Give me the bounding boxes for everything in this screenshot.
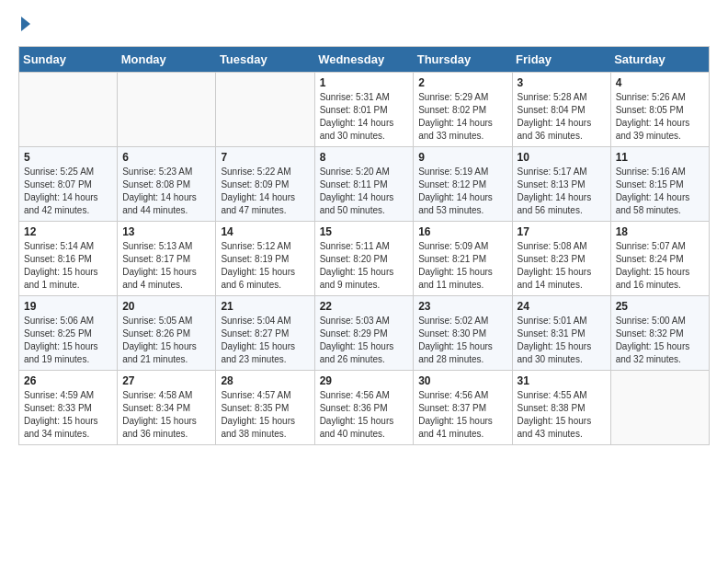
day-info: Sunrise: 5:23 AMSunset: 8:08 PMDaylight:… [122, 166, 210, 217]
logo-arrow-icon [21, 17, 30, 31]
calendar-cell: 27Sunrise: 4:58 AMSunset: 8:34 PMDayligh… [118, 371, 216, 445]
day-info: Sunrise: 5:31 AMSunset: 8:01 PMDaylight:… [320, 91, 409, 143]
day-number: 13 [122, 225, 210, 238]
day-info: Sunrise: 5:09 AMSunset: 8:21 PMDaylight:… [418, 240, 506, 292]
calendar-table: SundayMondayTuesdayWednesdayThursdayFrid… [18, 46, 710, 445]
day-info: Sunrise: 5:00 AMSunset: 8:32 PMDaylight:… [616, 315, 704, 366]
day-number: 22 [320, 300, 409, 313]
calendar-cell: 9Sunrise: 5:19 AMSunset: 8:12 PMDaylight… [414, 147, 512, 222]
day-info: Sunrise: 5:07 AMSunset: 8:24 PMDaylight:… [616, 240, 704, 292]
calendar-cell: 4Sunrise: 5:26 AMSunset: 8:05 PMDaylight… [610, 73, 709, 147]
calendar-cell: 16Sunrise: 5:09 AMSunset: 8:21 PMDayligh… [414, 222, 512, 296]
day-number: 29 [320, 374, 409, 387]
day-number: 20 [122, 300, 210, 313]
day-number: 9 [418, 151, 506, 164]
day-number: 2 [418, 76, 506, 89]
day-number: 7 [221, 151, 309, 164]
calendar-cell: 2Sunrise: 5:29 AMSunset: 8:02 PMDaylight… [414, 73, 512, 147]
day-info: Sunrise: 5:11 AMSunset: 8:20 PMDaylight:… [320, 240, 409, 292]
day-number: 30 [418, 374, 506, 387]
day-info: Sunrise: 4:57 AMSunset: 8:35 PMDaylight:… [221, 389, 309, 441]
day-info: Sunrise: 4:56 AMSunset: 8:36 PMDaylight:… [320, 389, 409, 441]
calendar-cell: 30Sunrise: 4:56 AMSunset: 8:37 PMDayligh… [414, 371, 512, 445]
day-info: Sunrise: 5:16 AMSunset: 8:15 PMDaylight:… [616, 166, 704, 217]
calendar-cell: 24Sunrise: 5:01 AMSunset: 8:31 PMDayligh… [512, 296, 610, 371]
calendar-week-2: 5Sunrise: 5:25 AMSunset: 8:07 PMDaylight… [19, 147, 710, 222]
weekday-header-saturday: Saturday [610, 47, 709, 73]
day-info: Sunrise: 5:13 AMSunset: 8:17 PMDaylight:… [122, 240, 210, 292]
calendar-cell: 15Sunrise: 5:11 AMSunset: 8:20 PMDayligh… [314, 222, 414, 296]
calendar-cell: 10Sunrise: 5:17 AMSunset: 8:13 PMDayligh… [512, 147, 610, 222]
day-number: 14 [221, 225, 309, 238]
calendar-cell: 13Sunrise: 5:13 AMSunset: 8:17 PMDayligh… [118, 222, 216, 296]
day-number: 11 [616, 151, 704, 164]
calendar-cell: 26Sunrise: 4:59 AMSunset: 8:33 PMDayligh… [19, 371, 118, 445]
day-number: 16 [418, 225, 506, 238]
day-number: 19 [24, 300, 112, 313]
day-info: Sunrise: 5:26 AMSunset: 8:05 PMDaylight:… [616, 91, 704, 143]
day-info: Sunrise: 4:58 AMSunset: 8:34 PMDaylight:… [122, 389, 210, 441]
calendar-cell: 6Sunrise: 5:23 AMSunset: 8:08 PMDaylight… [118, 147, 216, 222]
day-info: Sunrise: 5:17 AMSunset: 8:13 PMDaylight:… [518, 166, 606, 217]
day-number: 18 [616, 225, 704, 238]
calendar-cell: 18Sunrise: 5:07 AMSunset: 8:24 PMDayligh… [610, 222, 709, 296]
day-info: Sunrise: 5:29 AMSunset: 8:02 PMDaylight:… [418, 91, 506, 143]
day-number: 12 [24, 225, 112, 238]
day-number: 10 [518, 151, 606, 164]
day-number: 31 [518, 374, 606, 387]
day-number: 5 [24, 151, 112, 164]
day-number: 8 [320, 151, 409, 164]
day-info: Sunrise: 5:19 AMSunset: 8:12 PMDaylight:… [418, 166, 506, 217]
calendar-cell [19, 73, 118, 147]
weekday-header-friday: Friday [512, 47, 610, 73]
day-number: 23 [418, 300, 506, 313]
page-header [18, 18, 710, 31]
calendar-cell: 28Sunrise: 4:57 AMSunset: 8:35 PMDayligh… [216, 371, 314, 445]
calendar-cell [118, 73, 216, 147]
calendar-cell: 19Sunrise: 5:06 AMSunset: 8:25 PMDayligh… [19, 296, 118, 371]
day-info: Sunrise: 4:55 AMSunset: 8:38 PMDaylight:… [518, 389, 606, 441]
calendar-cell: 12Sunrise: 5:14 AMSunset: 8:16 PMDayligh… [19, 222, 118, 296]
day-info: Sunrise: 5:06 AMSunset: 8:25 PMDaylight:… [24, 315, 112, 366]
day-number: 3 [518, 76, 606, 89]
day-number: 25 [616, 300, 704, 313]
day-info: Sunrise: 5:04 AMSunset: 8:27 PMDaylight:… [221, 315, 309, 366]
weekday-header-sunday: Sunday [19, 47, 118, 73]
calendar-cell: 5Sunrise: 5:25 AMSunset: 8:07 PMDaylight… [19, 147, 118, 222]
day-number: 27 [122, 374, 210, 387]
day-info: Sunrise: 5:08 AMSunset: 8:23 PMDaylight:… [518, 240, 606, 292]
calendar-cell: 7Sunrise: 5:22 AMSunset: 8:09 PMDaylight… [216, 147, 314, 222]
day-number: 24 [518, 300, 606, 313]
day-number: 21 [221, 300, 309, 313]
calendar-cell: 22Sunrise: 5:03 AMSunset: 8:29 PMDayligh… [314, 296, 414, 371]
day-number: 28 [221, 374, 309, 387]
calendar-week-1: 1Sunrise: 5:31 AMSunset: 8:01 PMDaylight… [19, 73, 710, 147]
day-info: Sunrise: 5:28 AMSunset: 8:04 PMDaylight:… [518, 91, 606, 143]
calendar-cell: 3Sunrise: 5:28 AMSunset: 8:04 PMDaylight… [512, 73, 610, 147]
day-info: Sunrise: 5:20 AMSunset: 8:11 PMDaylight:… [320, 166, 409, 217]
weekday-header-row: SundayMondayTuesdayWednesdayThursdayFrid… [19, 47, 710, 73]
calendar-cell [610, 371, 709, 445]
day-info: Sunrise: 4:59 AMSunset: 8:33 PMDaylight:… [24, 389, 112, 441]
day-number: 4 [616, 76, 704, 89]
calendar-cell: 31Sunrise: 4:55 AMSunset: 8:38 PMDayligh… [512, 371, 610, 445]
calendar-cell: 23Sunrise: 5:02 AMSunset: 8:30 PMDayligh… [414, 296, 512, 371]
calendar-cell: 11Sunrise: 5:16 AMSunset: 8:15 PMDayligh… [610, 147, 709, 222]
calendar-cell: 14Sunrise: 5:12 AMSunset: 8:19 PMDayligh… [216, 222, 314, 296]
weekday-header-tuesday: Tuesday [216, 47, 314, 73]
day-number: 26 [24, 374, 112, 387]
calendar-cell: 29Sunrise: 4:56 AMSunset: 8:36 PMDayligh… [314, 371, 414, 445]
calendar-cell: 25Sunrise: 5:00 AMSunset: 8:32 PMDayligh… [610, 296, 709, 371]
day-info: Sunrise: 5:22 AMSunset: 8:09 PMDaylight:… [221, 166, 309, 217]
day-info: Sunrise: 5:25 AMSunset: 8:07 PMDaylight:… [24, 166, 112, 217]
calendar-cell: 1Sunrise: 5:31 AMSunset: 8:01 PMDaylight… [314, 73, 414, 147]
day-info: Sunrise: 4:56 AMSunset: 8:37 PMDaylight:… [418, 389, 506, 441]
day-info: Sunrise: 5:03 AMSunset: 8:29 PMDaylight:… [320, 315, 409, 366]
weekday-header-wednesday: Wednesday [314, 47, 414, 73]
calendar-cell: 17Sunrise: 5:08 AMSunset: 8:23 PMDayligh… [512, 222, 610, 296]
calendar-week-4: 19Sunrise: 5:06 AMSunset: 8:25 PMDayligh… [19, 296, 710, 371]
weekday-header-monday: Monday [118, 47, 216, 73]
logo [18, 18, 30, 31]
day-number: 15 [320, 225, 409, 238]
calendar-cell [216, 73, 314, 147]
